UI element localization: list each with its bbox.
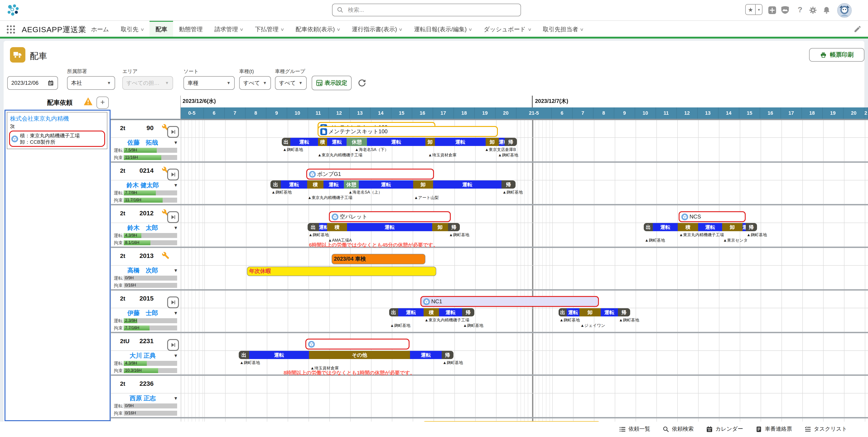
schedule-bar[interactable]: 運転 — [499, 138, 505, 146]
driver-name[interactable]: 高橋 次郎 — [111, 267, 175, 275]
schedule-bar[interactable]: 卸 — [486, 138, 499, 146]
filter-select-4[interactable]: すべて▼ — [275, 76, 307, 90]
schedule-bar[interactable]: 卸 — [413, 180, 433, 188]
send-button[interactable] — [167, 169, 179, 180]
driver-menu-arrow[interactable]: ▼ — [174, 396, 178, 401]
footer-link-3[interactable]: 車番連絡票 — [756, 425, 792, 433]
driver-menu-arrow[interactable]: ▼ — [174, 311, 178, 316]
driver-menu-arrow[interactable]: ▼ — [174, 183, 178, 188]
schedule-bar[interactable]: 卸 — [722, 223, 743, 231]
favorites-button[interactable]: ★ ▼ — [745, 4, 763, 15]
footer-link-1[interactable]: 依頼検索 — [663, 425, 693, 433]
star-icon[interactable]: ★ — [746, 4, 756, 14]
nav-tab-7[interactable]: 運行指示書(表示)∨ — [346, 20, 408, 37]
edit-nav-pencil-icon[interactable] — [854, 25, 862, 33]
schedule-bar[interactable]: 卸 — [580, 308, 601, 316]
schedule-bar[interactable]: 積 — [307, 180, 323, 188]
schedule-bar[interactable]: 運転 — [359, 180, 413, 188]
schedule-bar[interactable]: 運転 — [347, 223, 432, 231]
request-slot[interactable] — [422, 421, 601, 421]
filter-select-2[interactable]: 車種▼ — [184, 76, 235, 90]
schedule-bar[interactable]: 運転 — [327, 138, 347, 146]
driver-name[interactable]: 鈴木 太郎 — [111, 224, 175, 232]
search-input[interactable] — [347, 6, 516, 13]
nav-tab-3[interactable]: 動態管理 — [173, 20, 208, 37]
schedule-bar[interactable]: 運転 — [290, 138, 318, 146]
schedule-bar[interactable]: 運転 — [367, 138, 425, 146]
filter-select-3[interactable]: すべて▼ — [239, 76, 271, 90]
schedule-bar[interactable]: 運転 — [653, 223, 678, 231]
nav-tab-5[interactable]: 下払管理∨ — [249, 20, 290, 37]
request-slot[interactable]: メンテナンスキット100 — [317, 126, 498, 137]
nav-tab-6[interactable]: 配車依頼(表示)∨ — [290, 20, 346, 37]
schedule-bar[interactable]: 運転 — [323, 180, 344, 188]
schedule-bar[interactable]: 運転 — [249, 351, 309, 359]
request-slot[interactable]: NCS — [679, 211, 746, 222]
driver-name[interactable]: 伊藤 士郎 — [111, 309, 175, 317]
setup-gear-icon[interactable] — [807, 4, 818, 16]
notifications-bell-icon[interactable] — [821, 4, 832, 16]
schedule-bar[interactable]: 休憩 — [347, 138, 367, 146]
schedule-bar[interactable]: 出 — [282, 138, 290, 146]
schedule-bar[interactable]: その他 — [309, 351, 410, 359]
driver-name[interactable]: 西原 正志 — [111, 395, 175, 403]
calendar-icon[interactable] — [48, 80, 54, 86]
schedule-bar[interactable]: 運転 — [319, 223, 327, 231]
nav-tab-8[interactable]: 運転日報(表示/編集)∨ — [408, 20, 478, 37]
schedule-bar[interactable]: 休憩 — [344, 180, 359, 188]
date-input[interactable]: 2023/12/06 — [7, 76, 58, 90]
request-slot[interactable]: ポンプG1 — [306, 169, 434, 179]
driver-menu-arrow[interactable]: ▼ — [174, 225, 178, 230]
schedule-bar[interactable]: 運転 — [567, 308, 580, 316]
chevron-down-icon[interactable]: ▼ — [756, 4, 762, 14]
nav-tab-1[interactable]: 取引先∨ — [115, 20, 150, 37]
schedule-bar[interactable]: 運転 — [433, 180, 501, 188]
filter-select-0[interactable]: 本社▼ — [67, 76, 115, 90]
driver-name[interactable]: 佐藤 拓哉 — [111, 139, 175, 147]
footer-link-0[interactable]: 依頼一覧 — [619, 425, 650, 433]
schedule-bar[interactable]: 積 — [424, 308, 439, 316]
schedule-bar[interactable]: 運転 — [743, 223, 746, 231]
schedule-bar[interactable]: 積 — [327, 223, 347, 231]
nav-tab-4[interactable]: 請求管理∨ — [208, 20, 249, 37]
send-button[interactable] — [167, 211, 179, 223]
schedule-bar[interactable]: 出 — [644, 223, 653, 231]
request-item[interactable]: 積：東京丸内精機磯子工場 卸：CCB製作所 — [9, 130, 105, 147]
schedule-bar[interactable]: 運転 — [410, 351, 442, 359]
schedule-bar[interactable]: 積 — [678, 223, 698, 231]
schedule-bar[interactable]: 卸 — [425, 138, 435, 146]
schedule-bar[interactable]: 積 — [318, 138, 327, 146]
driver-name[interactable]: 大川 正典 — [111, 352, 175, 360]
schedule-bar[interactable]: 出 — [239, 351, 249, 359]
schedule-bar[interactable]: 帰 — [618, 308, 630, 316]
schedule-bar[interactable]: 帰 — [442, 351, 454, 359]
footer-link-2[interactable]: 31カレンダー — [706, 425, 743, 433]
schedule-bar[interactable]: 運転 — [281, 180, 307, 188]
user-avatar[interactable] — [837, 3, 852, 18]
nav-tab-10[interactable]: 取引先担当者∨ — [537, 20, 589, 37]
schedule-bar[interactable]: 帰 — [501, 180, 516, 188]
app-launcher-icon[interactable] — [6, 25, 16, 34]
schedule-bar[interactable]: 帰 — [448, 223, 460, 231]
schedule-bar[interactable]: 運転 — [601, 308, 618, 316]
schedule-bar[interactable]: 運転 — [698, 223, 722, 231]
schedule-bar[interactable]: 運転 — [435, 138, 486, 146]
schedule-bar[interactable]: 出 — [389, 308, 398, 316]
quick-create-button[interactable] — [767, 4, 777, 16]
trailhead-icon[interactable] — [780, 4, 790, 16]
schedule-bar[interactable]: 運転 — [398, 308, 424, 316]
request-slot[interactable]: 年次休暇 — [247, 267, 436, 276]
nav-tab-0[interactable]: ホーム — [85, 20, 115, 37]
nav-tab-9[interactable]: ダッシュボード∨ — [478, 20, 537, 37]
driver-menu-arrow[interactable]: ▼ — [174, 140, 178, 145]
schedule-bar[interactable]: 帰 — [462, 308, 474, 316]
request-slot[interactable]: NC1 — [421, 296, 599, 307]
add-request-button[interactable]: + — [96, 96, 109, 109]
global-search[interactable] — [332, 4, 521, 16]
send-button[interactable] — [167, 126, 179, 138]
schedule-bar[interactable]: 出 — [271, 180, 281, 188]
nav-tab-2[interactable]: 配車 — [150, 20, 173, 37]
driver-menu-arrow[interactable]: ▼ — [174, 353, 178, 358]
request-slot[interactable] — [305, 339, 409, 350]
footer-link-4[interactable]: タスクリスト — [805, 425, 847, 433]
